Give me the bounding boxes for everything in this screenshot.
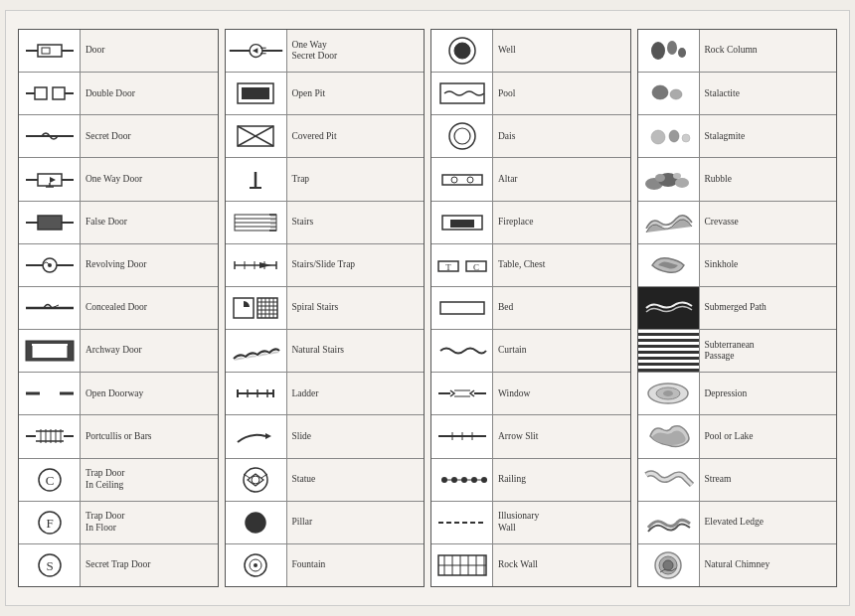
label-sinkhole: Sinkhole	[700, 257, 837, 272]
column-2: One WaySecret Door Open Pit Covered Pit	[225, 29, 426, 587]
symbol-open-doorway	[19, 373, 81, 414]
list-item: Sinkhole	[638, 244, 837, 287]
list-item: Railing	[431, 459, 630, 502]
symbol-concealed-door	[19, 287, 81, 329]
list-item: IllusionaryWall	[431, 502, 630, 544]
list-item: Slide	[226, 415, 425, 458]
symbol-door	[19, 30, 81, 72]
list-item: Rubble	[638, 158, 837, 201]
label-pillar: Pillar	[287, 515, 425, 530]
list-item: C Trap DoorIn Ceiling	[19, 459, 218, 502]
list-item: Archway Door	[19, 330, 218, 373]
label-spiral-stairs: Spiral Stairs	[287, 300, 425, 315]
list-item: Covered Pit	[226, 115, 425, 158]
svg-point-135	[651, 42, 665, 60]
svg-rect-106	[450, 220, 474, 228]
label-window: Window	[493, 386, 630, 401]
svg-point-136	[667, 41, 677, 55]
symbol-natural-chimney	[638, 544, 700, 586]
label-pool: Pool	[493, 86, 630, 101]
symbol-stairs	[226, 202, 287, 243]
list-item: Natural Stairs	[226, 330, 425, 373]
svg-text:C: C	[472, 262, 478, 272]
list-item: Fountain	[226, 544, 425, 586]
label-bed: Bed	[493, 300, 630, 315]
symbol-double-door	[19, 73, 81, 114]
legend-container: Door Double Door Secret Door	[5, 10, 850, 606]
label-elevated-ledge: Elevated Ledge	[700, 515, 837, 530]
label-open-pit: Open Pit	[287, 86, 425, 101]
label-stalagmite: Stalagmite	[700, 129, 837, 144]
symbol-pool-lake	[638, 415, 700, 457]
list-item: Pillar	[226, 502, 425, 544]
label-secret-trap: Secret Trap Door	[81, 557, 218, 572]
list-item: Fireplace	[431, 202, 630, 244]
symbol-open-pit	[226, 73, 287, 114]
svg-point-96	[254, 563, 257, 567]
symbol-fountain	[226, 544, 287, 586]
label-false-door: False Door	[81, 215, 218, 230]
label-trap-ceiling: Trap DoorIn Ceiling	[81, 466, 218, 493]
list-item: Portcullis or Bars	[19, 415, 218, 458]
label-archway-door: Archway Door	[81, 343, 218, 358]
svg-point-142	[682, 134, 690, 142]
list-item: Trap	[226, 158, 425, 201]
list-item: Stalactite	[638, 73, 837, 115]
label-well: Well	[493, 43, 630, 58]
list-item: Curtain	[431, 330, 630, 373]
list-item: Spiral Stairs	[226, 287, 425, 330]
label-rock-column: Rock Column	[700, 43, 837, 58]
list-item: Arrow Slit	[431, 415, 630, 458]
symbol-trap	[226, 158, 287, 200]
symbol-rock-wall	[431, 544, 493, 586]
symbol-one-way-door	[19, 158, 81, 200]
label-subterranean-passage: SubterraneanPassage	[700, 338, 837, 365]
label-fireplace: Fireplace	[493, 215, 630, 230]
label-dais: Dais	[493, 129, 630, 144]
label-ladder: Ladder	[287, 386, 425, 401]
svg-text:C: C	[45, 473, 54, 488]
list-item: Open Pit	[226, 73, 425, 115]
column-4: Rock Column Stalactite Stalagmite	[637, 29, 838, 587]
list-item: Rock Column	[638, 30, 837, 73]
label-secret-door: Secret Door	[81, 129, 218, 144]
label-natural-chimney: Natural Chimney	[700, 557, 837, 572]
svg-rect-149	[642, 337, 694, 365]
symbol-sinkhole	[638, 244, 700, 286]
label-door: Door	[81, 43, 218, 58]
symbol-secret-trap: S	[19, 544, 81, 586]
symbol-rock-column	[638, 30, 700, 72]
label-one-way-door: One Way Door	[81, 172, 218, 187]
symbol-one-way-secret	[226, 30, 287, 72]
svg-point-140	[651, 130, 665, 144]
symbol-trap-floor: F	[19, 502, 81, 543]
svg-point-146	[655, 174, 665, 182]
symbol-ladder	[226, 373, 287, 414]
label-one-way-secret: One WaySecret Door	[287, 38, 425, 65]
svg-rect-111	[440, 302, 484, 314]
list-item: Stairs/Slide Trap	[226, 244, 425, 287]
symbol-crevasse	[638, 202, 700, 243]
list-item: Submerged Path	[638, 287, 837, 330]
list-item: Dais	[431, 115, 630, 158]
label-stairs: Stairs	[287, 215, 425, 230]
list-item: Revolving Door	[19, 244, 218, 287]
list-item: Pool or Lake	[638, 415, 837, 458]
svg-marker-71	[259, 262, 271, 268]
label-stalactite: Stalactite	[700, 86, 837, 101]
svg-point-98	[454, 43, 470, 59]
symbol-stalagmite	[638, 115, 700, 157]
label-altar: Altar	[493, 172, 630, 187]
symbol-archway-door	[19, 330, 81, 372]
symbol-statue	[226, 459, 287, 501]
svg-point-147	[673, 173, 681, 179]
label-curtain: Curtain	[493, 343, 630, 358]
svg-point-145	[675, 178, 689, 188]
list-item: Secret Door	[19, 115, 218, 158]
list-item: Well	[431, 30, 630, 73]
label-fountain: Fountain	[287, 557, 425, 572]
list-item: One Way Door	[19, 158, 218, 201]
list-item: Altar	[431, 158, 630, 201]
list-item: Statue	[226, 459, 425, 502]
label-portcullis: Portcullis or Bars	[81, 429, 218, 444]
